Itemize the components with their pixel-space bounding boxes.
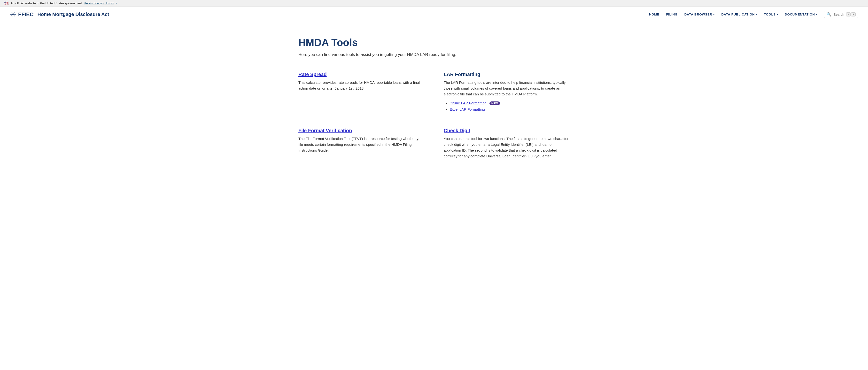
- list-item: Excel LAR Formatting: [450, 107, 569, 112]
- list-item: Online LAR Formatting NEW: [450, 101, 569, 105]
- ffiec-label: FFIEC: [18, 11, 34, 18]
- file-format-verification-link[interactable]: File Format Verification: [299, 128, 352, 133]
- nav-home[interactable]: HOME: [649, 12, 659, 16]
- ffiec-logo-icon: ✳: [10, 10, 16, 19]
- rate-spread-description: This calculator provides rate spreads fo…: [299, 80, 424, 91]
- gov-banner: 🇺🇸 An official website of the United Sta…: [0, 0, 868, 7]
- page-title: HMDA Tools: [299, 37, 569, 49]
- how-you-know-link[interactable]: Here's how you know: [84, 1, 114, 5]
- nav-tools[interactable]: TOOLS ▾: [764, 12, 778, 16]
- lar-formatting-title: LAR Formatting: [444, 72, 569, 77]
- nav-documentation[interactable]: DOCUMENTATION ▾: [785, 12, 817, 16]
- search-label: Search: [833, 12, 844, 17]
- new-badge: NEW: [490, 101, 500, 105]
- tool-card-lar-formatting: LAR Formatting The LAR Formatting tools …: [444, 72, 569, 113]
- site-title: Home Mortgage Disclosure Act: [37, 11, 109, 17]
- kbd-k: K: [851, 12, 856, 17]
- main-content: HMDA Tools Here you can find various too…: [289, 22, 579, 174]
- tool-card-file-format-verification: File Format Verification The File Format…: [299, 128, 424, 159]
- chevron-down-icon: ▾: [777, 13, 778, 16]
- main-nav: HOME FILING DATA BROWSER ▾ DATA PUBLICAT…: [649, 11, 858, 18]
- excel-lar-formatting-link[interactable]: Excel LAR Formatting: [450, 107, 485, 112]
- file-format-verification-description: The File Format Verification Tool (FFVT)…: [299, 136, 424, 153]
- logo-area: ✳ FFIEC Home Mortgage Disclosure Act: [10, 10, 109, 19]
- header: ✳ FFIEC Home Mortgage Disclosure Act HOM…: [0, 7, 868, 22]
- tool-card-check-digit: Check Digit You can use this tool for tw…: [444, 128, 569, 159]
- search-keyboard-shortcut: ⌘ K: [846, 12, 856, 17]
- search-icon: 🔍: [827, 12, 831, 17]
- tools-grid: Rate Spread This calculator provides rat…: [299, 72, 569, 159]
- rate-spread-link[interactable]: Rate Spread: [299, 72, 327, 77]
- official-text: An official website of the United States…: [11, 1, 82, 5]
- nav-data-browser[interactable]: DATA BROWSER ▾: [684, 12, 715, 16]
- online-lar-formatting-link[interactable]: Online LAR Formatting: [450, 101, 487, 105]
- nav-filing[interactable]: FILING: [666, 12, 677, 16]
- kbd-meta: ⌘: [846, 12, 851, 17]
- lar-formatting-description: The LAR Formatting tools are intended to…: [444, 80, 569, 97]
- chevron-down-icon: ▾: [755, 13, 757, 16]
- check-digit-description: You can use this tool for two functions.…: [444, 136, 569, 159]
- chevron-down-icon: ▾: [816, 13, 817, 16]
- chevron-down-icon: ▾: [713, 13, 715, 16]
- search-button[interactable]: 🔍 Search ⌘ K: [824, 11, 858, 18]
- us-flag: 🇺🇸: [4, 1, 9, 6]
- lar-formatting-list: Online LAR Formatting NEW Excel LAR Form…: [444, 101, 569, 112]
- nav-data-publication[interactable]: DATA PUBLICATION ▾: [721, 12, 757, 16]
- check-digit-link[interactable]: Check Digit: [444, 128, 470, 133]
- page-subtitle: Here you can find various tools to assis…: [299, 52, 569, 57]
- chevron-down-icon: ▾: [116, 2, 117, 5]
- tool-card-rate-spread: Rate Spread This calculator provides rat…: [299, 72, 424, 113]
